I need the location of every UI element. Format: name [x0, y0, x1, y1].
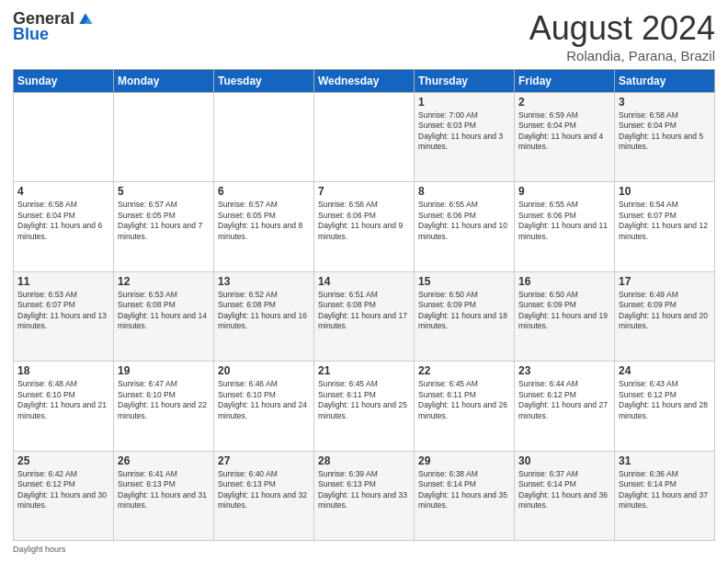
- calendar-cell: [214, 93, 314, 182]
- day-number: 13: [218, 275, 310, 288]
- day-number: 8: [418, 185, 510, 198]
- calendar-cell: 13Sunrise: 6:52 AM Sunset: 6:08 PM Dayli…: [214, 271, 314, 361]
- calendar-week-row: 18Sunrise: 6:48 AM Sunset: 6:10 PM Dayli…: [14, 362, 715, 451]
- day-info: Sunrise: 6:57 AM Sunset: 6:05 PM Dayligh…: [118, 200, 210, 242]
- calendar-day-header: Sunday: [14, 70, 114, 93]
- day-info: Sunrise: 6:53 AM Sunset: 6:07 PM Dayligh…: [17, 290, 109, 332]
- calendar-cell: 16Sunrise: 6:50 AM Sunset: 6:09 PM Dayli…: [515, 271, 615, 361]
- calendar-cell: 21Sunrise: 6:45 AM Sunset: 6:11 PM Dayli…: [314, 362, 415, 451]
- day-info: Sunrise: 6:57 AM Sunset: 6:05 PM Dayligh…: [218, 200, 310, 242]
- day-info: Sunrise: 6:55 AM Sunset: 6:06 PM Dayligh…: [418, 200, 510, 242]
- day-number: 10: [619, 185, 711, 198]
- calendar-cell: 31Sunrise: 6:36 AM Sunset: 6:14 PM Dayli…: [615, 451, 715, 540]
- calendar-cell: 11Sunrise: 6:53 AM Sunset: 6:07 PM Dayli…: [14, 271, 114, 361]
- calendar-day-header: Wednesday: [314, 70, 415, 93]
- calendar-cell: 25Sunrise: 6:42 AM Sunset: 6:12 PM Dayli…: [14, 451, 114, 540]
- calendar-cell: 18Sunrise: 6:48 AM Sunset: 6:10 PM Dayli…: [14, 362, 114, 451]
- day-info: Sunrise: 6:43 AM Sunset: 6:12 PM Dayligh…: [619, 379, 711, 421]
- day-number: 2: [518, 96, 610, 109]
- day-number: 21: [318, 364, 410, 377]
- footer-text: Daylight hours: [13, 545, 66, 554]
- day-number: 11: [17, 275, 109, 288]
- calendar-cell: 2Sunrise: 6:59 AM Sunset: 6:04 PM Daylig…: [515, 93, 615, 182]
- calendar-week-row: 1Sunrise: 7:00 AM Sunset: 6:03 PM Daylig…: [14, 93, 715, 182]
- day-info: Sunrise: 6:38 AM Sunset: 6:14 PM Dayligh…: [418, 469, 510, 511]
- day-info: Sunrise: 6:49 AM Sunset: 6:09 PM Dayligh…: [619, 290, 711, 332]
- calendar-cell: 30Sunrise: 6:37 AM Sunset: 6:14 PM Dayli…: [515, 451, 615, 540]
- calendar-cell: 5Sunrise: 6:57 AM Sunset: 6:05 PM Daylig…: [114, 182, 214, 271]
- day-number: 19: [118, 364, 210, 377]
- day-number: 24: [619, 364, 711, 377]
- calendar-cell: 17Sunrise: 6:49 AM Sunset: 6:09 PM Dayli…: [615, 271, 715, 361]
- day-info: Sunrise: 6:48 AM Sunset: 6:10 PM Dayligh…: [17, 379, 109, 421]
- day-number: 30: [518, 454, 610, 467]
- day-info: Sunrise: 6:56 AM Sunset: 6:06 PM Dayligh…: [318, 200, 410, 242]
- calendar-day-header: Friday: [515, 70, 615, 93]
- day-info: Sunrise: 6:39 AM Sunset: 6:13 PM Dayligh…: [318, 469, 410, 511]
- calendar-cell: [314, 93, 415, 182]
- calendar-cell: 29Sunrise: 6:38 AM Sunset: 6:14 PM Dayli…: [415, 451, 515, 540]
- day-number: 26: [118, 454, 210, 467]
- day-info: Sunrise: 6:45 AM Sunset: 6:11 PM Dayligh…: [418, 379, 510, 421]
- day-number: 3: [619, 96, 711, 109]
- day-info: Sunrise: 6:52 AM Sunset: 6:08 PM Dayligh…: [218, 290, 310, 332]
- day-info: Sunrise: 6:40 AM Sunset: 6:13 PM Dayligh…: [218, 469, 310, 511]
- calendar-header-row: SundayMondayTuesdayWednesdayThursdayFrid…: [14, 70, 715, 93]
- calendar-table: SundayMondayTuesdayWednesdayThursdayFrid…: [13, 69, 715, 541]
- day-info: Sunrise: 6:59 AM Sunset: 6:04 PM Dayligh…: [518, 110, 610, 153]
- day-info: Sunrise: 7:00 AM Sunset: 6:03 PM Dayligh…: [418, 110, 510, 153]
- calendar-cell: 23Sunrise: 6:44 AM Sunset: 6:12 PM Dayli…: [515, 362, 615, 451]
- calendar-cell: 8Sunrise: 6:55 AM Sunset: 6:06 PM Daylig…: [415, 182, 515, 271]
- day-number: 17: [619, 275, 711, 288]
- calendar-cell: [14, 93, 114, 182]
- calendar-week-row: 4Sunrise: 6:58 AM Sunset: 6:04 PM Daylig…: [14, 182, 715, 271]
- day-info: Sunrise: 6:55 AM Sunset: 6:06 PM Dayligh…: [518, 200, 610, 242]
- day-info: Sunrise: 6:50 AM Sunset: 6:09 PM Dayligh…: [518, 290, 610, 332]
- day-number: 28: [318, 454, 410, 467]
- calendar-day-header: Tuesday: [214, 70, 314, 93]
- calendar-cell: 1Sunrise: 7:00 AM Sunset: 6:03 PM Daylig…: [415, 93, 515, 182]
- calendar-cell: 14Sunrise: 6:51 AM Sunset: 6:08 PM Dayli…: [314, 271, 415, 361]
- title-section: August 2024 Rolandia, Parana, Brazil: [529, 9, 715, 63]
- day-number: 1: [418, 96, 510, 109]
- calendar-cell: 7Sunrise: 6:56 AM Sunset: 6:06 PM Daylig…: [314, 182, 415, 271]
- calendar-cell: 22Sunrise: 6:45 AM Sunset: 6:11 PM Dayli…: [415, 362, 515, 451]
- day-number: 31: [619, 454, 711, 467]
- calendar-week-row: 11Sunrise: 6:53 AM Sunset: 6:07 PM Dayli…: [14, 271, 715, 361]
- month-title: August 2024: [529, 9, 715, 48]
- calendar-cell: [114, 93, 214, 182]
- calendar-cell: 20Sunrise: 6:46 AM Sunset: 6:10 PM Dayli…: [214, 362, 314, 451]
- logo-blue: Blue: [13, 25, 49, 44]
- calendar-cell: 27Sunrise: 6:40 AM Sunset: 6:13 PM Dayli…: [214, 451, 314, 540]
- page: General Blue August 2024 Rolandia, Paran…: [0, 0, 728, 563]
- calendar-cell: 26Sunrise: 6:41 AM Sunset: 6:13 PM Dayli…: [114, 451, 214, 540]
- calendar-cell: 12Sunrise: 6:53 AM Sunset: 6:08 PM Dayli…: [114, 271, 214, 361]
- day-info: Sunrise: 6:58 AM Sunset: 6:04 PM Dayligh…: [17, 200, 109, 242]
- day-info: Sunrise: 6:37 AM Sunset: 6:14 PM Dayligh…: [518, 469, 610, 511]
- calendar-day-header: Thursday: [415, 70, 515, 93]
- day-number: 9: [518, 185, 610, 198]
- calendar-day-header: Monday: [114, 70, 214, 93]
- calendar-cell: 6Sunrise: 6:57 AM Sunset: 6:05 PM Daylig…: [214, 182, 314, 271]
- day-info: Sunrise: 6:58 AM Sunset: 6:04 PM Dayligh…: [619, 110, 711, 153]
- day-number: 22: [418, 364, 510, 377]
- logo: General Blue: [13, 9, 95, 44]
- calendar-cell: 3Sunrise: 6:58 AM Sunset: 6:04 PM Daylig…: [615, 93, 715, 182]
- calendar-week-row: 25Sunrise: 6:42 AM Sunset: 6:12 PM Dayli…: [14, 451, 715, 540]
- day-number: 23: [518, 364, 610, 377]
- calendar-cell: 4Sunrise: 6:58 AM Sunset: 6:04 PM Daylig…: [14, 182, 114, 271]
- calendar-cell: 9Sunrise: 6:55 AM Sunset: 6:06 PM Daylig…: [515, 182, 615, 271]
- day-info: Sunrise: 6:51 AM Sunset: 6:08 PM Dayligh…: [318, 290, 410, 332]
- day-info: Sunrise: 6:46 AM Sunset: 6:10 PM Dayligh…: [218, 379, 310, 421]
- calendar-cell: 24Sunrise: 6:43 AM Sunset: 6:12 PM Dayli…: [615, 362, 715, 451]
- day-info: Sunrise: 6:54 AM Sunset: 6:07 PM Dayligh…: [619, 200, 711, 242]
- calendar-cell: 19Sunrise: 6:47 AM Sunset: 6:10 PM Dayli…: [114, 362, 214, 451]
- footer: Daylight hours: [13, 545, 715, 554]
- calendar-cell: 10Sunrise: 6:54 AM Sunset: 6:07 PM Dayli…: [615, 182, 715, 271]
- day-number: 7: [318, 185, 410, 198]
- day-number: 18: [17, 364, 109, 377]
- day-number: 16: [518, 275, 610, 288]
- day-info: Sunrise: 6:47 AM Sunset: 6:10 PM Dayligh…: [118, 379, 210, 421]
- day-number: 12: [118, 275, 210, 288]
- day-number: 29: [418, 454, 510, 467]
